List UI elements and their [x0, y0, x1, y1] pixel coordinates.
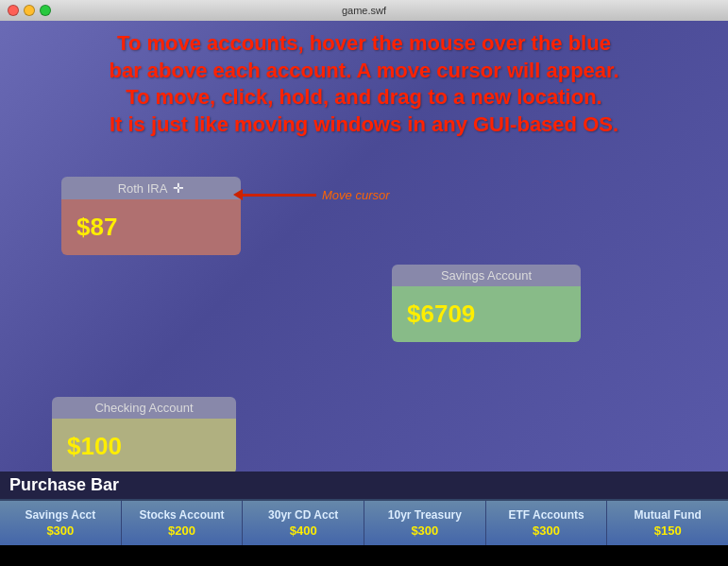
roth-ira-label: Roth IRA: [118, 181, 168, 196]
savings-account-value: $6709: [407, 300, 475, 328]
window-title: game.swf: [342, 5, 386, 16]
purchase-item-1[interactable]: Stocks Account$200: [122, 501, 244, 545]
checking-account-value: $100: [67, 432, 122, 460]
close-button[interactable]: [8, 5, 19, 16]
purchase-item-price-3: $300: [368, 523, 482, 538]
savings-account-label: Savings Account: [441, 268, 532, 283]
purchase-bar-section: Purchase Bar Savings Acct$300Stocks Acco…: [0, 472, 728, 545]
purchase-item-price-4: $300: [490, 523, 603, 538]
purchase-item-3[interactable]: 10yr Treasury$300: [364, 501, 486, 545]
checking-account-body: $100: [52, 419, 236, 474]
move-cursor-icon: ✛: [173, 180, 184, 196]
window-controls: [8, 5, 51, 16]
savings-account-body: $6709: [392, 286, 581, 342]
purchase-item-name-5: Mutual Fund: [611, 508, 724, 522]
purchase-item-name-4: ETF Accounts: [490, 508, 603, 522]
purchase-item-price-2: $400: [246, 523, 360, 538]
roth-ira-header: Roth IRA ✛: [61, 177, 241, 199]
purchase-item-name-0: Savings Acct: [4, 508, 117, 522]
purchase-item-name-1: Stocks Account: [126, 508, 239, 522]
purchase-item-5[interactable]: Mutual Fund$150: [607, 501, 728, 545]
savings-account-card[interactable]: Savings Account $6709: [392, 265, 581, 342]
game-area: To move accounts, hover the mouse over t…: [0, 21, 728, 545]
move-cursor-annotation: Move cursor: [241, 188, 390, 202]
instruction-text: To move accounts, hover the mouse over t…: [0, 21, 728, 146]
purchase-item-0[interactable]: Savings Acct$300: [0, 501, 122, 545]
purchase-bar-title: Purchase Bar: [0, 472, 728, 499]
purchase-item-name-2: 30yr CD Acct: [246, 508, 360, 522]
purchase-bar-items: Savings Acct$300Stocks Account$20030yr C…: [0, 499, 728, 545]
title-bar: game.swf: [0, 0, 728, 21]
annotation-arrow: [241, 194, 316, 197]
minimize-button[interactable]: [24, 5, 35, 16]
roth-ira-value: $87: [76, 213, 117, 241]
purchase-item-2[interactable]: 30yr CD Acct$400: [243, 501, 364, 545]
savings-account-header: Savings Account: [392, 265, 581, 286]
purchase-item-4[interactable]: ETF Accounts$300: [486, 501, 608, 545]
maximize-button[interactable]: [40, 5, 51, 16]
purchase-item-price-5: $150: [611, 523, 724, 538]
purchase-item-price-1: $200: [126, 523, 239, 538]
checking-account-label: Checking Account: [94, 401, 193, 415]
roth-ira-body: $87: [61, 199, 241, 255]
checking-account-card[interactable]: Checking Account $100: [52, 397, 236, 474]
roth-ira-card[interactable]: Roth IRA ✛ $87: [61, 177, 241, 255]
purchase-item-name-3: 10yr Treasury: [368, 508, 482, 522]
purchase-item-price-0: $300: [4, 523, 117, 538]
checking-account-header: Checking Account: [52, 397, 236, 419]
annotation-label: Move cursor: [322, 188, 390, 202]
